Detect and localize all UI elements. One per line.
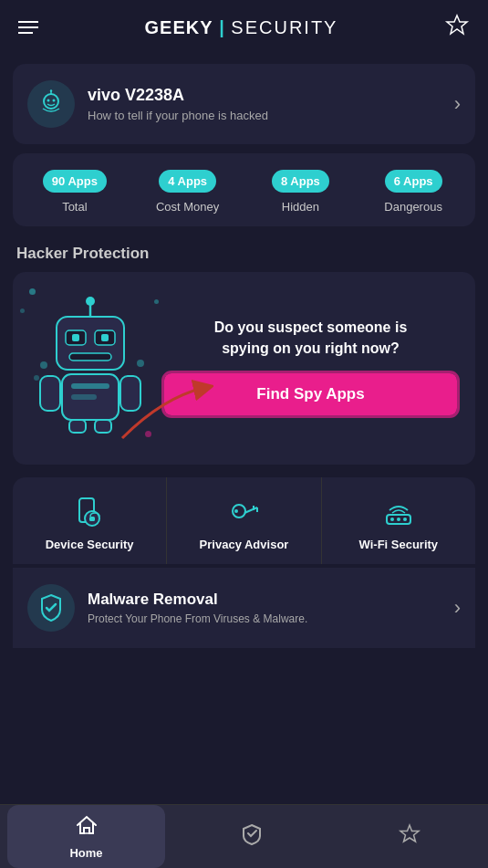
cost-money-badge: 4 Apps — [159, 170, 216, 193]
svg-point-2 — [47, 99, 50, 102]
privacy-advisor-icon — [225, 494, 262, 530]
nav-sections: Device Security Privacy Advisor — [13, 477, 475, 564]
device-chevron-icon: › — [454, 92, 461, 116]
device-security-nav[interactable]: Device Security — [13, 477, 167, 564]
svg-rect-15 — [71, 383, 109, 389]
svg-point-7 — [86, 297, 95, 306]
title-separator: | — [213, 17, 232, 37]
header: GEEKY | SECURITY — [0, 0, 488, 55]
svg-point-22 — [34, 375, 39, 381]
menu-button[interactable] — [18, 21, 38, 34]
robot-illustration — [31, 294, 150, 439]
svg-rect-18 — [120, 376, 140, 411]
tab-home-label: Home — [69, 846, 102, 860]
hidden-badge: 8 Apps — [272, 170, 329, 193]
hacker-right-content: Do you suspect someone is spying on you … — [164, 318, 457, 415]
app-title: GEEKY | SECURITY — [145, 17, 338, 38]
svg-point-3 — [53, 99, 56, 102]
malware-card[interactable]: Malware Removal Protect Your Phone From … — [13, 568, 475, 648]
svg-rect-20 — [95, 420, 111, 433]
svg-point-21 — [40, 361, 47, 369]
svg-point-36 — [397, 518, 400, 521]
tab-shield[interactable] — [172, 805, 330, 868]
svg-rect-27 — [89, 517, 95, 521]
dangerous-badge: 6 Apps — [385, 170, 442, 193]
wifi-security-icon — [380, 494, 417, 530]
device-card[interactable]: vivo V2238A How to tell if your phone is… — [13, 64, 475, 144]
malware-subtitle: Protect Your Phone From Viruses & Malwar… — [88, 612, 307, 625]
svg-marker-0 — [447, 16, 467, 34]
device-name: vivo V2238A — [88, 86, 268, 105]
device-security-label: Device Security — [46, 538, 134, 551]
privacy-advisor-nav[interactable]: Privacy Advisor — [167, 477, 321, 564]
malware-chevron-icon: › — [454, 596, 461, 620]
svg-point-35 — [390, 518, 394, 521]
bottom-tab-bar: Home — [0, 804, 488, 868]
svg-line-30 — [244, 507, 257, 513]
tab-home[interactable]: Home — [7, 805, 165, 868]
svg-rect-13 — [69, 353, 111, 361]
stats-grid: 90 Apps Total 4 Apps Cost Money 8 Apps H… — [22, 170, 466, 214]
title-bold: GEEKY — [145, 17, 213, 37]
wifi-security-nav[interactable]: Wi-Fi Security — [322, 477, 475, 564]
favorite-button[interactable] — [444, 13, 470, 42]
svg-point-1 — [44, 94, 58, 109]
svg-point-33 — [234, 509, 238, 513]
question-line2: spying on you right now? — [222, 340, 400, 356]
hidden-label: Hidden — [282, 200, 319, 214]
stat-hidden[interactable]: 8 Apps Hidden — [248, 170, 354, 214]
total-badge: 90 Apps — [43, 170, 107, 193]
malware-icon — [27, 584, 75, 632]
total-label: Total — [62, 200, 87, 214]
stat-cost-money[interactable]: 4 Apps Cost Money — [135, 170, 241, 214]
svg-marker-39 — [400, 825, 419, 842]
svg-rect-12 — [101, 334, 109, 341]
svg-rect-17 — [40, 376, 60, 411]
svg-rect-16 — [71, 394, 97, 400]
wifi-security-label: Wi-Fi Security — [359, 538, 439, 551]
svg-rect-11 — [72, 334, 79, 341]
decoration-dot-4 — [154, 299, 159, 304]
title-light: SECURITY — [231, 17, 337, 37]
device-icon — [27, 80, 75, 128]
device-details: vivo V2238A How to tell if your phone is… — [88, 86, 268, 122]
find-spy-apps-button[interactable]: Find Spy Apps — [164, 373, 457, 415]
dangerous-label: Dangerous — [384, 200, 442, 214]
device-subtitle: How to tell if your phone is hacked — [88, 109, 268, 122]
shield-tab-icon — [240, 822, 264, 852]
decoration-dot-2 — [20, 309, 25, 313]
svg-point-23 — [137, 360, 144, 367]
home-icon — [75, 813, 99, 842]
malware-details: Malware Removal Protect Your Phone From … — [88, 591, 307, 625]
hacker-protection-title: Hacker Protection — [0, 235, 488, 268]
svg-rect-19 — [69, 420, 86, 433]
tab-star[interactable] — [330, 805, 488, 868]
device-info: vivo V2238A How to tell if your phone is… — [27, 80, 268, 128]
app-stats-card: 90 Apps Total 4 Apps Cost Money 8 Apps H… — [13, 153, 475, 226]
stat-total[interactable]: 90 Apps Total — [22, 170, 128, 214]
question-line1: Do you suspect someone is — [214, 319, 408, 335]
spy-question: Do you suspect someone is spying on you … — [214, 318, 408, 359]
svg-point-5 — [50, 89, 52, 91]
device-security-icon — [71, 494, 108, 530]
cost-money-label: Cost Money — [156, 200, 219, 214]
svg-point-37 — [403, 518, 407, 521]
star-tab-icon — [398, 822, 421, 852]
stat-dangerous[interactable]: 6 Apps Dangerous — [360, 170, 466, 214]
malware-info: Malware Removal Protect Your Phone From … — [27, 584, 307, 632]
privacy-advisor-label: Privacy Advisor — [200, 538, 289, 551]
hacker-protection-card: Do you suspect someone is spying on you … — [13, 272, 475, 465]
malware-name: Malware Removal — [88, 591, 307, 609]
